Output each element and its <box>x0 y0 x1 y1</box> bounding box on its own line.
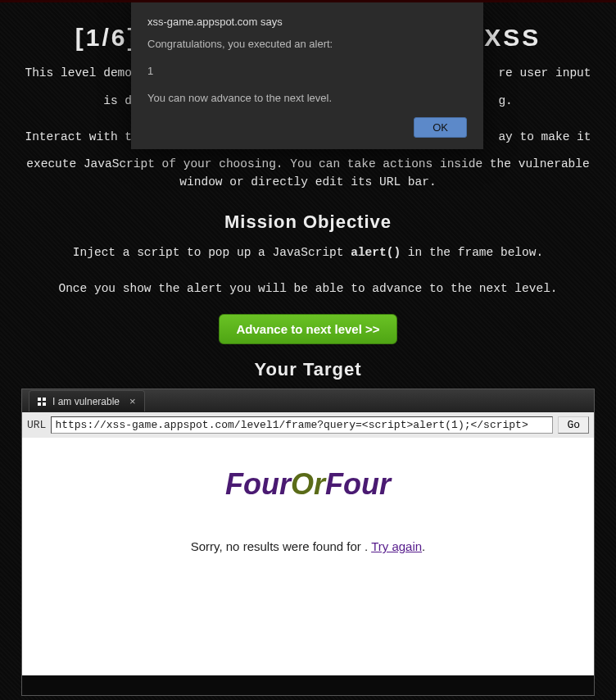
go-button[interactable]: Go <box>558 416 589 434</box>
mission-line-1: Inject a script to pop up a JavaScript a… <box>0 239 616 267</box>
mission-objective-heading: Mission Objective <box>0 211 616 233</box>
try-again-link[interactable]: Try again <box>371 539 422 553</box>
svg-rect-0 <box>38 398 41 401</box>
level-indicator: [1/6] <box>75 24 138 51</box>
tab-title: I am vulnerable <box>52 396 120 407</box>
your-target-heading: Your Target <box>0 359 616 380</box>
alert-message-line-1: Congratulations, you executed an alert: <box>147 38 467 50</box>
no-results-text: Sorry, no results were found for . Try a… <box>22 539 594 553</box>
alert-origin: xss-game.appspot.com says <box>147 16 467 28</box>
mission-line-2: Once you show the alert you will be able… <box>0 275 616 303</box>
vulnerable-frame: FourOrFour Sorry, no results were found … <box>22 438 594 675</box>
tab-close-icon[interactable]: × <box>129 395 136 407</box>
url-label: URL <box>27 419 46 431</box>
url-input[interactable] <box>51 416 553 434</box>
svg-rect-3 <box>43 402 46 406</box>
alert-message-line-3: You can now advance to the next level. <box>147 92 467 104</box>
advance-button[interactable]: Advance to next level >> <box>219 314 396 344</box>
description-line-4: execute JavaScript of your choosing. You… <box>0 151 616 197</box>
frame-footer <box>22 675 594 695</box>
title-xss: XSS <box>484 24 541 51</box>
svg-rect-1 <box>43 398 46 401</box>
alert-dialog: xss-game.appspot.com says Congratulation… <box>131 2 483 149</box>
tab-favicon-icon <box>36 396 48 407</box>
alert-ok-button[interactable]: OK <box>414 117 467 138</box>
tab-bar: I am vulnerable × <box>22 389 594 412</box>
svg-rect-2 <box>38 402 41 406</box>
target-browser-frame: I am vulnerable × URL Go FourOrFour Sorr… <box>21 389 595 696</box>
alert-message-value: 1 <box>147 65 467 77</box>
url-bar-row: URL Go <box>22 412 594 438</box>
fourorfour-logo: FourOrFour <box>22 438 594 502</box>
browser-tab[interactable]: I am vulnerable × <box>29 390 145 411</box>
